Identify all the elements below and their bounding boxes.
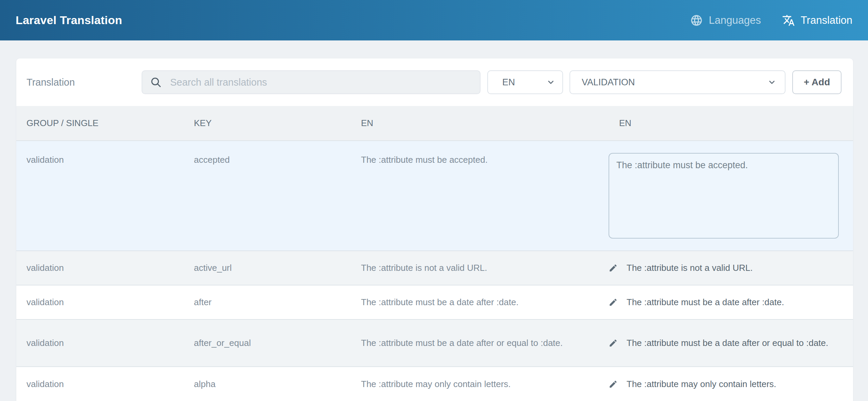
toolbar: Translation EN VALIDATION + Add [16,58,853,106]
locale-select[interactable]: EN [487,70,563,94]
translation-text: The :attribute must be a date after :dat… [627,296,784,309]
header-target-locale: EN [609,118,853,128]
cell-key: after_or_equal [194,337,361,349]
app-title: Laravel Translation [16,14,122,27]
table-row: validation alpha The :attribute may only… [16,366,853,401]
edit-pencil-icon[interactable] [609,338,618,348]
cell-translation[interactable]: The :attribute is not a valid URL. [609,262,853,274]
translation-text: The :attribute may only contain letters. [627,378,776,390]
nav-link-label: Languages [709,14,761,27]
cell-key: after [194,296,361,309]
edit-pencil-icon[interactable] [609,380,618,389]
globe-icon [690,14,703,27]
cell-group: validation [16,141,194,166]
translate-icon [782,14,795,27]
cell-key: accepted [194,141,361,166]
cell-translation[interactable]: The :attribute must be a date after :dat… [609,296,853,309]
search-box [142,70,481,94]
cell-translation[interactable]: The :attribute may only contain letters. [609,378,853,390]
translation-text: The :attribute is not a valid URL. [627,262,753,274]
table-row: validation active_url The :attribute is … [16,250,853,285]
table-row: validation after The :attribute must be … [16,285,853,319]
nav-links: Languages Translation [690,14,852,27]
table-row: validation accepted The :attribute must … [16,141,853,250]
search-icon [150,76,162,88]
chevron-down-icon [767,77,777,87]
cell-source-text: The :attribute must be a date after :dat… [361,296,609,309]
nav-link-languages[interactable]: Languages [690,14,761,27]
header-key: KEY [194,118,361,128]
header-group-single: GROUP / SINGLE [16,118,194,128]
translation-text: The :attribute must be a date after or e… [627,337,828,349]
search-input[interactable] [169,76,473,88]
cell-key: active_url [194,262,361,274]
nav-link-label: Translation [801,14,852,27]
table-header: GROUP / SINGLE KEY EN EN [16,106,853,141]
chevron-down-icon [546,77,556,87]
panel-title: Translation [26,77,142,88]
table-row: validation after_or_equal The :attribute… [16,319,853,366]
cell-group: validation [16,296,194,309]
header-source-locale: EN [361,118,609,128]
cell-group: validation [16,378,194,390]
navbar: Laravel Translation Languages Translatio… [0,0,868,40]
cell-group: validation [16,337,194,349]
cell-key: alpha [194,378,361,390]
cell-source-text: The :attribute may only contain letters. [361,378,609,390]
edit-pencil-icon[interactable] [609,263,618,273]
cell-source-text: The :attribute is not a valid URL. [361,262,609,274]
cell-translation[interactable]: The :attribute must be a date after or e… [609,337,853,349]
add-button[interactable]: + Add [792,70,842,94]
cell-translation-editor: The :attribute must be accepted. [609,141,853,239]
group-select-value: VALIDATION [582,77,635,88]
locale-select-value: EN [502,77,515,88]
cell-source-text: The :attribute must be a date after or e… [361,337,609,349]
group-select[interactable]: VALIDATION [569,70,785,94]
cell-group: validation [16,262,194,274]
translation-textarea[interactable]: The :attribute must be accepted. [609,153,839,239]
cell-source-text: The :attribute must be accepted. [361,141,609,166]
edit-pencil-icon[interactable] [609,298,618,307]
translation-panel: Translation EN VALIDATION + Add GROUP / … [16,58,853,401]
nav-link-translation[interactable]: Translation [782,14,852,27]
